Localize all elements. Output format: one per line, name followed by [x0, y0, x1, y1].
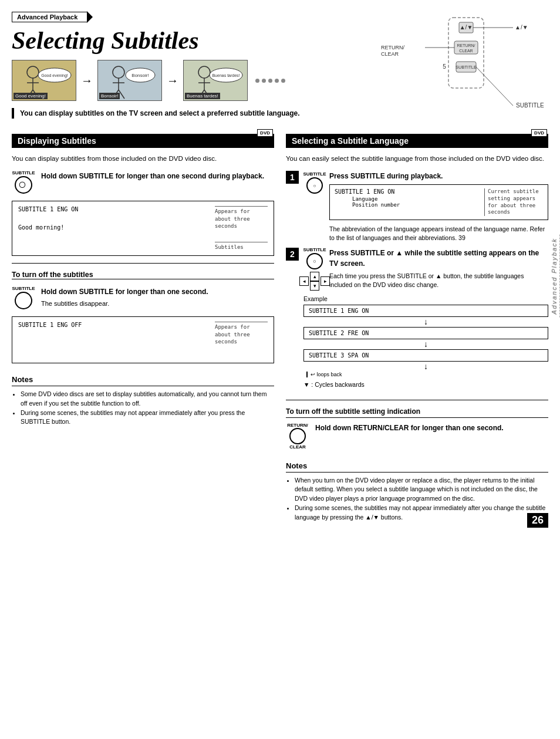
returnclr-label-bottom: CLEAR [289, 444, 306, 450]
progress-dots [255, 79, 285, 83]
svg-text:Good evening!: Good evening! [41, 73, 68, 78]
scene-images-row: Good evening! Good evening! → [12, 60, 366, 101]
arrow-1: → [81, 74, 93, 87]
scene-caption-3: Buenas tardes! [185, 93, 220, 99]
displaying-subtitles-body: You can display subtitles from those inc… [12, 154, 274, 164]
side-tab: Advanced Playback [549, 235, 560, 318]
svg-text:CLEAR: CLEAR [381, 51, 399, 57]
right-turnoff-header: To turn off the subtitle setting indicat… [286, 407, 548, 418]
remote-diagram: ▲/▼ RETURN/ CLEAR SUBTITLE 5 ▲/▼ RETURN/… [378, 12, 548, 131]
turnoff-icon-circle [15, 292, 32, 309]
dvd-badge-right: DVD [531, 129, 547, 137]
svg-text:5: 5 [443, 63, 446, 70]
step2-icon-circle: ○ [306, 253, 323, 269]
step1-container: 1 SUBTITLE ○ Press SUBTITLE during playb… [286, 171, 548, 242]
turnoff-body-text: The subtitles disappear. [41, 300, 208, 307]
seq-arrow-1: ↓ [303, 317, 548, 327]
step1-screen: SUBTITLE 1 ENG ON Language Position numb… [329, 184, 548, 220]
displaying-step-text: Hold down SUBTITLE for longer than one s… [41, 171, 274, 181]
scene-image-3: Buenas tardes! Buenas tardes! [183, 60, 248, 101]
seq-item-1: SUBTITLE 1 ENG ON [303, 305, 548, 317]
step1-note: The abbreviation of the language appears… [329, 225, 548, 242]
svg-text:▲/▼: ▲/▼ [460, 24, 473, 31]
turnoff-icon-label: SUBTITLE [12, 286, 35, 292]
step2-container: 2 SUBTITLE ○ ◂ ▴ [286, 248, 548, 392]
step2-body: Each time you press the SUBTITLE or ▲ bu… [329, 272, 548, 289]
svg-text:RETURN/: RETURN/ [381, 45, 404, 50]
step1-badge: 1 [286, 171, 299, 184]
svg-text:Buenas tardes!: Buenas tardes! [212, 73, 239, 77]
svg-text:CLEAR: CLEAR [459, 49, 473, 53]
step1-lang-label: Language [352, 196, 400, 202]
dpad-down: ▾ [310, 281, 319, 291]
note-left-1: Some DVD video discs are set to display … [21, 390, 274, 409]
step1-current-label: Current subtitle setting appears for abo… [488, 188, 539, 215]
turnoff-header: To turn off the subtitles [12, 271, 274, 279]
notes-left-title: Notes [12, 375, 274, 386]
scene-caption-2: Bonsoir! [99, 93, 120, 99]
selecting-language-body: You can easily select the subtitle langu… [286, 154, 548, 164]
dpad-right: ▸ [321, 276, 330, 286]
seq-arrow-3: ↓ [303, 362, 548, 372]
screen-mockup-1: SUBTITLE 1 ENG ON Good morning! Appears … [12, 201, 274, 256]
dpad-left: ◂ [299, 276, 309, 286]
right-turnoff-section: To turn off the subtitle setting indicat… [286, 407, 548, 450]
note-left-2: During some scenes, the subtitles may no… [21, 409, 274, 427]
step1-icon-circle: ○ [306, 177, 323, 194]
svg-line-38 [476, 67, 513, 106]
returnclr-label-top: RETURN/ [287, 423, 308, 428]
page-number: 26 [527, 513, 548, 528]
scene-image-1: Good evening! Good evening! [12, 60, 76, 101]
turnoff-step-text: Hold down SUBTITLE for longer than one s… [41, 286, 208, 297]
seq-item-3: SUBTITLE 3 SPA ON [303, 349, 548, 362]
example-box: Example SUBTITLE 1 ENG ON ↓ SUBTITLE 2 F… [303, 295, 548, 387]
cycles-text: ▼ : Cycles backwards [303, 381, 548, 388]
breadcrumb: Advanced Playback [12, 12, 87, 22]
displaying-step: SUBTITLE ⃝ Hold down SUBTITLE for longer… [12, 171, 274, 194]
selecting-language-header: Selecting a Subtitle Language DVD [286, 134, 548, 148]
svg-text:Bonsoir!: Bonsoir! [131, 73, 149, 78]
step1-pos-label: Position number [352, 202, 400, 208]
screen-mockup-2: SUBTITLE 1 ENG OFF Appears for about thr… [12, 316, 274, 363]
displaying-subtitles-header: Displaying Subtitles DVD [12, 134, 274, 148]
turnoff-step: SUBTITLE Hold down SUBTITLE for longer t… [12, 286, 274, 309]
notes-right: Notes When you turn on the DVD video pla… [286, 458, 548, 522]
dvd-badge-left: DVD [257, 129, 273, 137]
scene-caption-1: Good evening! [14, 93, 48, 99]
arrow-2: → [167, 74, 178, 87]
step1-screen-line1: SUBTITLE 1 ENG ON [335, 188, 400, 195]
returnclr-instruction: Hold down RETURN/CLEAR for longer than o… [315, 423, 548, 433]
subtitle-icon-circle-1: ⃝ [15, 176, 32, 194]
screen2-ann1: Appears for about three seconds [215, 322, 268, 346]
step1-text: Press SUBTITLE during playback. [329, 171, 548, 181]
dpad-up: ▴ [310, 272, 319, 281]
note-right-2: During some scenes, the subtitles may no… [295, 504, 548, 522]
notes-left: Notes Some DVD video discs are set to di… [12, 372, 274, 427]
example-label: Example [303, 295, 548, 302]
screen2-line1: SUBTITLE 1 ENG OFF [18, 322, 82, 328]
note-right-1: When you turn on the DVD video player or… [295, 476, 548, 504]
screen1-line1: SUBTITLE 1 ENG ON [18, 206, 78, 212]
step2-icon-label: SUBTITLE [303, 248, 326, 253]
right-turnoff-step: RETURN/ CLEAR Hold down RETURN/CLEAR for… [286, 423, 548, 450]
step1-icon-label: SUBTITLE [303, 172, 326, 177]
screen1-ann1: Appears for about three seconds [215, 206, 268, 230]
scene-image-2: Bonsoir! Bonsoir! [97, 60, 162, 101]
page-title: Selecting Subtitles [12, 27, 366, 54]
right-column: Selecting a Subtitle Language DVD You ca… [286, 134, 548, 522]
notes-left-list: Some DVD video discs are set to display … [12, 390, 274, 427]
step2-instruction: Press SUBTITLE or ▲ while the subtitle s… [329, 248, 548, 269]
example-sequence: SUBTITLE 1 ENG ON ↓ SUBTITLE 2 FRE ON ↓ … [303, 305, 548, 377]
left-column: Displaying Subtitles DVD You can display… [12, 134, 274, 522]
intro-text: You can display subtitles on the TV scre… [12, 108, 366, 119]
returnclr-icon [289, 428, 306, 444]
svg-text:▲/▼: ▲/▼ [515, 24, 528, 31]
svg-text:RETURN/: RETURN/ [457, 43, 475, 48]
seq-item-2: SUBTITLE 2 FRE ON [303, 327, 548, 339]
notes-right-list: When you turn on the DVD video player or… [286, 476, 548, 522]
svg-text:SUBTITLE: SUBTITLE [516, 102, 544, 109]
screen1-line2: Good morning! [18, 224, 78, 231]
notes-right-title: Notes [286, 461, 548, 473]
seq-loop: ↩ loops back [306, 372, 548, 377]
seq-arrow-2: ↓ [303, 339, 548, 349]
